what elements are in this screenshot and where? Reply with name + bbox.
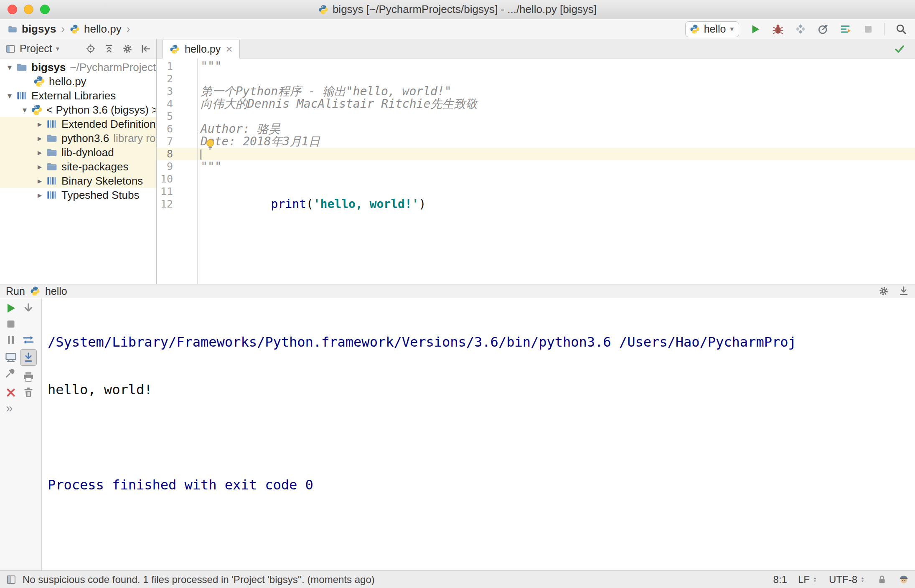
tree-item-extended-definitions[interactable]: ▸ Extended Definitions: [0, 117, 156, 131]
line-number: 6: [157, 123, 197, 135]
line-number: 3: [157, 85, 197, 98]
run-config-selector[interactable]: hello ▾: [685, 21, 739, 37]
rerun-button[interactable]: [4, 302, 18, 315]
scroll-to-end-button[interactable]: [20, 349, 37, 366]
editor-line[interactable]: 10: [157, 173, 915, 185]
code-editor[interactable]: 1 """ 2 3 第一个Python程序 - 输出"hello, world!…: [157, 58, 915, 284]
hide-panel-button[interactable]: [140, 43, 151, 54]
editor-line[interactable]: 5: [157, 110, 915, 123]
folder-icon: [16, 61, 28, 73]
search-everywhere-button[interactable]: [895, 23, 907, 35]
intention-bulb-icon[interactable]: [203, 138, 217, 151]
chevron-right-icon[interactable]: ▸: [33, 176, 46, 186]
chevron-right-icon[interactable]: ▸: [33, 119, 46, 129]
editor-line[interactable]: 6 Author: 骆昊: [157, 123, 915, 135]
python-icon: [690, 24, 700, 34]
tree-item-typeshed-stubs[interactable]: ▸ Typeshed Stubs: [0, 188, 156, 202]
tab-label: hello.py: [185, 43, 221, 55]
breadcrumb-project[interactable]: bigsys: [22, 23, 56, 35]
tree-item-hint: library root: [113, 132, 156, 145]
tree-item-hint: ~/PycharmProjects/bigsys: [70, 61, 156, 74]
library-icon: [46, 189, 58, 201]
restore-layout-button[interactable]: [22, 333, 35, 347]
profiler-button[interactable]: [817, 23, 829, 35]
editor-tab-hello-py[interactable]: hello.py ×: [163, 40, 240, 58]
editor-line[interactable]: 3 第一个Python程序 - 输出"hello, world!": [157, 85, 915, 98]
tree-item-bigsys[interactable]: ▾ bigsys ~/PycharmProjects/bigsys: [0, 60, 156, 74]
hide-toolwindow-button[interactable]: [898, 286, 909, 297]
tree-item-label: External Libraries: [31, 89, 116, 102]
close-tab-icon[interactable]: ×: [226, 43, 232, 55]
python-icon: [30, 286, 40, 296]
pause-output-button[interactable]: [4, 333, 18, 347]
line-number: 12: [157, 198, 197, 210]
python-file-icon: [318, 5, 328, 15]
settings-gear-button[interactable]: [122, 43, 133, 54]
chevron-right-icon[interactable]: ▸: [33, 133, 46, 143]
inspections-profile-icon[interactable]: [898, 574, 909, 585]
run-toolwindow-header[interactable]: Run hello: [0, 284, 915, 298]
editor-line[interactable]: 12: [157, 198, 915, 210]
chevron-right-icon[interactable]: ▸: [33, 190, 46, 200]
readonly-lock-icon[interactable]: [877, 574, 887, 585]
print-console-button[interactable]: [22, 370, 35, 383]
coverage-button[interactable]: [794, 23, 807, 35]
editor-tab-bar: hello.py ×: [157, 39, 915, 58]
line-number: 11: [157, 185, 197, 198]
chevron-down-icon[interactable]: ▾: [3, 62, 16, 72]
editor-line[interactable]: 1 """: [157, 60, 915, 73]
close-button[interactable]: [8, 5, 17, 14]
chevron-right-icon[interactable]: ▸: [33, 147, 46, 157]
editor-line-current[interactable]: 8: [157, 148, 915, 160]
tree-item-label: bigsys: [31, 61, 66, 74]
breadcrumb-file[interactable]: hello.py: [84, 23, 122, 35]
chevron-right-icon[interactable]: ▸: [33, 162, 46, 172]
editor-line[interactable]: 4 向伟大的Dennis MacAlistair Ritchie先生致敬: [157, 98, 915, 110]
run-console-output[interactable]: /System/Library/Frameworks/Python.framew…: [42, 298, 915, 570]
tree-item-external-libraries[interactable]: ▾ External Libraries: [0, 89, 156, 103]
editor-line[interactable]: 7 Date: 2018年3月1日: [157, 135, 915, 148]
tree-item-site-packages[interactable]: ▸ site-packages: [0, 160, 156, 174]
code-text: """: [201, 160, 222, 173]
debug-button[interactable]: [772, 23, 784, 35]
chevron-down-icon: ▾: [730, 25, 734, 33]
navigate-down-button[interactable]: [22, 302, 35, 315]
tree-item-label: python3.6: [61, 132, 109, 145]
run-console-button[interactable]: [839, 23, 852, 35]
inspection-ok-icon[interactable]: [893, 43, 906, 55]
run-tab-label[interactable]: hello: [45, 285, 67, 297]
tree-item-label: lib-dynload: [61, 146, 114, 159]
caret-position-indicator[interactable]: 8:1: [773, 574, 787, 585]
stop-process-button: [4, 317, 18, 331]
chevron-down-icon[interactable]: ▾: [3, 91, 16, 101]
tree-item-python3-6-root[interactable]: ▸ python3.6 library root: [0, 131, 156, 145]
pin-tab-button[interactable]: [4, 367, 18, 380]
collapse-all-button[interactable]: [104, 43, 114, 54]
tree-item-binary-skeletons[interactable]: ▸ Binary Skeletons: [0, 174, 156, 188]
console-line: Process finished with exit code 0: [48, 477, 915, 493]
tree-item-label: < Python 3.6 (bigsys) >: [46, 104, 156, 117]
locate-file-button[interactable]: [85, 43, 96, 54]
minimize-button[interactable]: [24, 5, 33, 14]
encoding-indicator[interactable]: UTF-8: [829, 574, 866, 585]
editor-line[interactable]: 9 """: [157, 160, 915, 173]
close-console-button[interactable]: [4, 386, 18, 399]
run-button[interactable]: [749, 23, 762, 35]
zoom-button[interactable]: [40, 5, 50, 14]
editor-line[interactable]: 2: [157, 73, 915, 85]
tree-item-hello-py[interactable]: hello.py: [0, 74, 156, 89]
clear-console-button[interactable]: [22, 386, 35, 399]
code-text: 第一个Python程序 - 输出"hello, world!": [201, 84, 452, 98]
tree-item-lib-dynload[interactable]: ▸ lib-dynload: [0, 145, 156, 160]
editor-line[interactable]: 11 print('hello, world!'): [157, 185, 915, 198]
toolwindow-switcher-button[interactable]: [6, 574, 17, 585]
tree-item-label: site-packages: [61, 160, 128, 173]
tree-item-python-3-6[interactable]: ▾ < Python 3.6 (bigsys) > /System: [0, 103, 156, 117]
tree-item-label: hello.py: [49, 75, 86, 88]
line-separator-indicator[interactable]: LF: [798, 574, 818, 585]
chevron-down-icon[interactable]: ▾: [18, 105, 31, 115]
project-view-selector[interactable]: Project: [20, 43, 52, 55]
show-console-button[interactable]: [4, 351, 18, 364]
run-settings-gear-button[interactable]: [878, 286, 889, 297]
more-actions-button[interactable]: »: [6, 401, 13, 415]
